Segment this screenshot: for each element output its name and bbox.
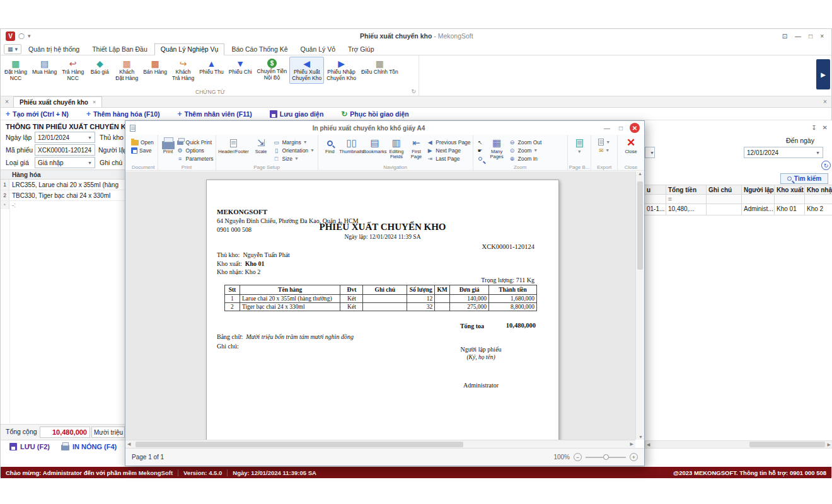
horizontal-scrollbar[interactable]: ◀▶ <box>645 440 832 449</box>
restore-icon[interactable]: □ <box>809 33 812 40</box>
scroll-left-icon[interactable]: ◀ <box>647 442 650 447</box>
minimize-icon[interactable]: — <box>795 33 801 40</box>
restore-layout-button[interactable]: ↻Phục hồi giao diện <box>341 110 408 118</box>
close-icon[interactable]: × <box>820 33 824 40</box>
find-button[interactable]: Find <box>320 136 340 154</box>
preview-surface[interactable]: MEKONGSOFT 64 Nguyễn Đình Chiểu, Phường … <box>125 171 635 440</box>
tab-quan-ly-nghiep-vu[interactable]: Quản Lý Nghiệp Vụ <box>154 43 225 55</box>
print-button[interactable]: Print <box>160 136 176 154</box>
ribbon-apps-button[interactable]: ▦▾ <box>4 44 21 54</box>
save-layout-button[interactable]: Lưu giao diện <box>270 110 323 118</box>
ribbon-item-phieu-nhap-chuyen-kho[interactable]: ▶Phiếu Nhập Chuyển Kho <box>324 57 359 84</box>
ribbon-item-chuyen-tien-noi-bo[interactable]: $Chuyển Tiền Nội Bộ <box>255 57 290 83</box>
filter-cell[interactable] <box>742 195 775 204</box>
column-header-ghi-chu[interactable]: Ghi chú <box>707 185 742 195</box>
zoom-in-icon[interactable]: + <box>630 453 638 461</box>
column-header-kho-nhan[interactable]: Kho nhận <box>805 185 832 195</box>
last-page-button[interactable]: ⇥Last Page <box>426 154 470 163</box>
scroll-right-icon[interactable]: ▶ <box>828 442 831 447</box>
column-header-kho-xuat[interactable]: Kho xuất <box>775 185 805 195</box>
add-item-button[interactable]: +Thêm hàng hóa (F10) <box>86 110 160 118</box>
tab-bao-cao-thong-ke[interactable]: Báo Cáo Thống Kê <box>226 44 293 55</box>
export-document-button[interactable]: ▼ <box>598 138 610 146</box>
filter-cell[interactable] <box>775 195 805 204</box>
bookmarks-button[interactable]: ▤Bookmarks <box>363 136 386 154</box>
zoom-out-icon[interactable]: − <box>574 453 582 461</box>
scrollbar-thumb[interactable] <box>136 442 463 447</box>
editing-fields-button[interactable]: ▥Editing Fields <box>386 136 407 160</box>
filter-cell[interactable] <box>645 195 666 204</box>
dialog-minimize-icon[interactable]: — <box>602 125 612 132</box>
size-button[interactable]: □Size▼ <box>273 154 315 163</box>
group-dialog-launcher-icon[interactable]: ↻ <box>411 88 416 94</box>
new-button[interactable]: +Tạo mới (Ctrl + N) <box>6 110 69 118</box>
ribbon-item-khach-dat-hang[interactable]: ▦Khách Đặt Hàng <box>113 57 141 84</box>
ribbon-item-bao-gia[interactable]: ◆Báo giá <box>86 57 113 77</box>
filter-cell[interactable] <box>707 195 742 204</box>
ribbon-item-mua-hang[interactable]: ▤Mua Hàng <box>30 57 59 77</box>
refresh-icon[interactable]: ↻ <box>821 161 831 170</box>
panel-close-icon[interactable]: ✕ <box>823 124 828 131</box>
zoom-slider-thumb[interactable] <box>603 454 609 460</box>
column-header-partial[interactable]: u <box>645 185 666 195</box>
save-button[interactable]: Save <box>131 146 154 154</box>
dialog-close-icon[interactable]: ✕ <box>630 123 640 133</box>
dialog-maximize-icon[interactable]: □ <box>616 125 626 132</box>
quick-access-dropdown-icon[interactable]: ▾ <box>28 33 31 39</box>
thumbnails-button[interactable]: ▯▯Thumbnails <box>340 136 363 154</box>
ribbon-item-dat-hang-ncc[interactable]: ▦Đặt Hàng NCC <box>2 57 30 84</box>
ribbon-item-phieu-chi[interactable]: ▼Phiếu Chi <box>226 57 255 77</box>
tab-tro-giup[interactable]: Trợ Giúp <box>342 44 380 55</box>
scroll-up-icon[interactable]: ▲ <box>638 171 642 176</box>
zoom-in-button[interactable]: ⊕Zoom In <box>509 154 542 163</box>
doc-tab-close-icon[interactable]: × <box>93 99 96 105</box>
pin-icon[interactable]: ↧ <box>811 124 816 131</box>
ribbon-item-ban-hang[interactable]: ▦Bán Hàng <box>141 57 170 77</box>
doc-tab-phieu-xuat-chuyen-kho[interactable]: Phiếu xuất chuyển kho× <box>13 96 102 107</box>
ribbon-item-tra-hang-ncc[interactable]: ↩Trả Hàng NCC <box>59 57 86 84</box>
tab-thiet-lap-ban-dau[interactable]: Thiết Lập Ban Đầu <box>86 44 153 55</box>
scrollbar-thumb[interactable] <box>637 181 643 270</box>
fit-window-icon[interactable]: ⊡ <box>782 33 787 40</box>
ribbon-item-khach-tra-hang[interactable]: ↪Khách Trả Hàng <box>170 57 197 84</box>
ngay-lap-combo[interactable]: 12/01/2024▼ <box>35 132 95 143</box>
scroll-left-icon[interactable]: ◀ <box>127 442 130 447</box>
loai-gia-combo[interactable]: Giá nhập▼ <box>35 157 95 168</box>
scroll-right-icon[interactable]: ▶ <box>630 442 633 447</box>
send-email-button[interactable]: ✉▼ <box>599 146 610 154</box>
column-header-tong-tien[interactable]: Tổng tiền <box>666 185 707 195</box>
column-header-nguoi-lap[interactable]: Người lập <box>742 185 775 195</box>
magnifier-tool-icon[interactable] <box>478 154 482 163</box>
parameters-button[interactable]: ≡Parameters <box>176 154 214 163</box>
filter-cell-equals[interactable]: = <box>666 195 707 204</box>
add-employee-button[interactable]: +Thêm nhân viên (F11) <box>177 110 251 118</box>
close-preview-button[interactable]: ✕Close <box>620 136 642 154</box>
save-button[interactable]: LƯU (F2) <box>9 443 50 450</box>
scale-button[interactable]: ⇲Scale <box>250 136 273 154</box>
hot-print-button[interactable]: IN NÓNG (F4) <box>61 443 117 450</box>
scroll-down-icon[interactable]: ▼ <box>638 435 643 439</box>
first-page-button[interactable]: ⇤First Page <box>407 136 427 160</box>
hand-tool-icon[interactable]: ☛ <box>478 146 483 154</box>
header-footer-button[interactable]: Header/Footer <box>218 136 250 154</box>
vertical-scrollbar[interactable]: ▲▼ <box>635 171 644 440</box>
margins-button[interactable]: ▭Margins▼ <box>273 138 315 146</box>
pointer-tool-icon[interactable]: ↖ <box>478 138 482 146</box>
tab-quan-ly-vo[interactable]: Quản Lý Vỏ <box>295 44 341 55</box>
close-tab-right-icon[interactable]: × <box>819 96 831 107</box>
ribbon-item-dieu-chinh-ton[interactable]: ▦Điều Chỉnh Tồn <box>359 57 401 77</box>
zoom-button[interactable]: ⊙Zoom▼ <box>509 146 542 154</box>
tab-quan-tri-he-thong[interactable]: Quản trị hệ thống <box>23 44 85 55</box>
next-page-button[interactable]: ▶Next Page <box>426 146 470 154</box>
ribbon-item-phieu-thu[interactable]: ▲Phiếu Thu <box>197 57 226 77</box>
horizontal-scrollbar[interactable]: ◀▶ <box>125 440 635 448</box>
scrollbar-thumb[interactable] <box>749 442 825 447</box>
zoom-out-button[interactable]: ⊖Zoom Out <box>509 138 542 146</box>
quick-print-button[interactable]: Quick Print <box>176 138 214 146</box>
table-row[interactable]: 01-1... 10,480,... Administ... Kho 01 Kh… <box>645 204 832 215</box>
ribbon-scroll-right-button[interactable]: ▶ <box>816 59 830 89</box>
grid-filter-row[interactable]: = <box>645 195 832 204</box>
partial-combo[interactable]: ▼ <box>645 147 655 158</box>
quick-access-icon[interactable]: ◯ <box>18 33 25 39</box>
filter-cell[interactable] <box>805 195 832 204</box>
